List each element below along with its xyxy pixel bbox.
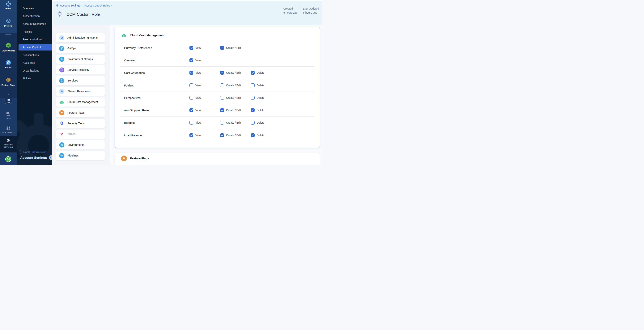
category-item-chaos[interactable]: Chaos [56,129,105,139]
checkbox-view-load-balancer[interactable]: View [190,133,201,137]
category-item-pipelines[interactable]: Pipelines [56,151,105,160]
category-item-cloud-cost-management[interactable]: $Cloud Cost Management [56,97,105,107]
checkbox-unchecked-icon[interactable] [251,121,254,124]
checkbox-label: Create / Edit [226,96,241,99]
service-reliability-icon [59,67,64,73]
sidebar-item-organizations[interactable]: Organizations [16,68,52,74]
breadcrumb-link-account-settings[interactable]: Account Settings [60,4,80,7]
category-item-environment-groups[interactable]: Environment Groups [56,54,105,64]
checkbox-unchecked-icon[interactable] [251,83,254,87]
checkbox-unchecked-icon[interactable] [251,96,254,100]
checkbox-checked-icon[interactable] [220,133,224,137]
checkbox-checked-icon[interactable] [251,133,254,137]
checkbox-delete-folders[interactable]: Delete [251,83,264,87]
sidebar-item-authentication[interactable]: Authentication [16,13,52,19]
shared-resources-icon: ❖ [59,89,64,94]
sidebar-item-access-control[interactable]: Access Control [18,44,52,51]
checkbox-create-edit-currency-preferences[interactable]: Create / Edit [220,46,241,50]
nav-item-feature-flags[interactable]: Feature Flags [0,77,16,86]
checkbox-create-edit-load-balancer[interactable]: Create / Edit [220,133,241,137]
checkbox-checked-icon[interactable] [190,46,193,50]
checkbox-checked-icon[interactable] [190,58,193,62]
checkbox-view-currency-preferences[interactable]: View [190,46,201,50]
nav-item-projects[interactable]: Projects [0,18,16,27]
rail-more-modules[interactable]: ▼ [0,93,16,96]
checkbox-unchecked-icon[interactable] [190,96,193,100]
checkbox-checked-icon[interactable] [251,108,254,112]
grid-dots-icon [7,99,10,103]
checkbox-delete-autostopping-rules[interactable]: Delete [251,108,264,112]
nav-item-deployments[interactable]: ∞ Deployments [0,42,16,52]
category-item-services[interactable]: Services [56,76,105,85]
feature-flags-icon: ⚑ [59,110,64,115]
checkbox-unchecked-icon[interactable] [190,121,193,124]
nav-item-home[interactable]: Home [0,1,16,10]
checkbox-delete-cost-categories[interactable]: Delete [251,71,264,75]
checkbox-delete-budgets[interactable]: Delete [251,121,264,124]
category-label: Environment Groups [68,58,93,61]
checkbox-unchecked-icon[interactable] [190,83,193,87]
builds-circle-icon [0,59,16,66]
category-item-gitops[interactable]: GitOps [56,44,105,53]
sidebar-item-freeze-windows[interactable]: Freeze Windows [16,36,52,43]
meta-label: Last Updated [303,7,319,10]
nav-item-builds[interactable]: Builds [0,59,16,69]
checkbox-label: View [196,71,201,74]
category-item-security-tests[interactable]: Security Tests [56,119,105,128]
checkbox-checked-icon[interactable] [190,108,193,112]
content-area: ⚙Administrative FunctionsGitOpsEnvironme… [52,25,322,165]
category-item-feature-flags[interactable]: ⚑Feature Flags [56,108,105,117]
checkbox-unchecked-icon[interactable] [220,121,224,124]
checkbox-checked-icon[interactable] [190,71,193,75]
launch-first-generation-button[interactable]: Launch First Generation [20,150,49,154]
category-label: Service Reliability [68,68,89,71]
checkbox-view-cost-categories[interactable]: View [190,71,201,75]
pipelines-icon [59,153,64,158]
checkbox-delete-load-balancer[interactable]: Delete [251,133,264,137]
checkbox-create-edit-autostopping-rules[interactable]: Create / Edit [220,108,241,112]
permission-rows: Currency PreferencesViewCreate / EditOve… [115,42,320,141]
checkbox-checked-icon[interactable] [190,133,193,137]
checkbox-view-perspectives[interactable]: View [190,96,201,100]
sidebar-item-subscriptions[interactable]: Subscriptions [16,52,52,58]
category-item-service-reliability[interactable]: Service Reliability [56,65,105,75]
sidebar-item-account-resources[interactable]: Account Resources [16,21,52,27]
sidebar-item-overview[interactable]: Overview [16,5,52,12]
checkbox-unchecked-icon[interactable] [220,83,224,87]
cloud-cost-icon: $ [121,33,127,38]
services-icon [59,78,64,83]
checkbox-create-edit-perspectives[interactable]: Create / Edit [220,96,241,100]
sidebar-item-audit-trail[interactable]: Audit Trail [16,60,52,66]
nav-item-account-settings[interactable]: ⚙ ACCOUNT SETTINGS [0,138,16,148]
checkbox-create-edit-cost-categories[interactable]: Create / Edit [220,71,241,75]
category-item-environments[interactable]: Environments [56,140,105,149]
permission-row-budgets: BudgetsViewCreate / EditDelete [115,116,320,129]
checkbox-view-folders[interactable]: View [190,83,201,87]
nav-item-help[interactable]: ? HELP [0,111,16,119]
category-item-administrative-functions[interactable]: ⚙Administrative Functions [56,33,105,43]
checkbox-checked-icon[interactable] [251,71,254,75]
checkbox-checked-icon[interactable] [220,108,224,112]
permission-row-perspectives: PerspectivesViewCreate / EditDelete [115,91,320,104]
category-label: Feature Flags [68,111,84,114]
checkbox-view-autostopping-rules[interactable]: View [190,108,201,112]
checkbox-checked-icon[interactable] [220,71,224,75]
module-picker-button[interactable] [4,98,12,104]
checkbox-create-edit-folders[interactable]: Create / Edit [220,83,241,87]
checkbox-label: View [196,121,201,124]
user-avatar[interactable]: CJ [5,156,11,162]
checkbox-view-budgets[interactable]: View [190,121,201,124]
nav-item-dashboards[interactable]: DASHBOARDS [0,126,16,133]
checkbox-create-edit-budgets[interactable]: Create / Edit [220,121,241,124]
sidebar-item-tickets[interactable]: Tickets [16,75,52,82]
category-label: Shared Resources [68,90,90,93]
checkbox-checked-icon[interactable] [220,46,224,50]
checkbox-delete-perspectives[interactable]: Delete [251,96,264,100]
category-label: GitOps [68,47,76,50]
sidebar-item-policies[interactable]: Policies [16,29,52,35]
category-label: Chaos [68,132,76,136]
breadcrumb-link-access-control-roles[interactable]: Access Control: Roles [84,4,110,7]
checkbox-view-overview[interactable]: View [190,58,201,62]
category-item-shared-resources[interactable]: ❖Shared Resources [56,86,105,96]
checkbox-unchecked-icon[interactable] [220,96,224,100]
